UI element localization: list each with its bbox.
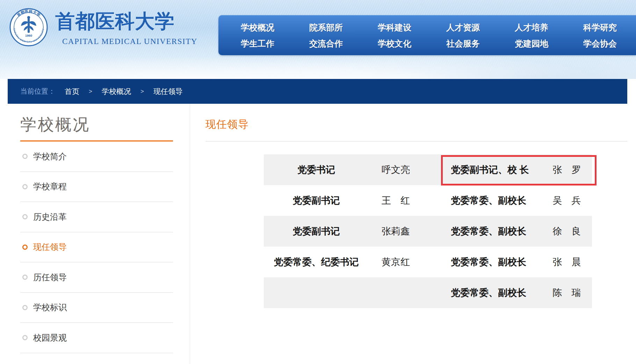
site-header: 首都医科大学 CAPITAL MEDICAL UNIVERSITY 1960 首…: [0, 0, 636, 79]
bullet-icon: [22, 214, 28, 219]
breadcrumb-separator: >: [140, 88, 144, 95]
left-title-cell: 党委副书记: [264, 185, 369, 216]
bullet-icon: [22, 184, 28, 189]
breadcrumb: 当前位置： 首页>学校概况>现任领导: [8, 79, 627, 104]
page-title: 现任领导: [205, 117, 249, 132]
university-name-cn: 首都医科大学: [55, 8, 175, 35]
right-title-cell: 党委常委、副校长: [451, 185, 538, 216]
sidebar-item-历任领导[interactable]: 历任领导: [20, 262, 173, 293]
left-title-cell: 党委常委、纪委书记: [264, 247, 369, 277]
left-name-cell: 呼文亮: [369, 154, 423, 185]
sidebar-item-label: 学校标识: [33, 302, 67, 313]
breadcrumb-link-首页[interactable]: 首页: [65, 87, 79, 96]
nav-item-人才培养[interactable]: 人才培养: [497, 20, 566, 35]
sidebar-content-divider: [190, 104, 190, 364]
sidebar-item-label: 学校简介: [33, 151, 67, 162]
breadcrumb-separator: >: [89, 88, 92, 95]
bullet-icon: [22, 335, 28, 340]
nav-item-人才资源[interactable]: 人才资源: [429, 20, 497, 35]
breadcrumb-link-现任领导: 现任领导: [153, 87, 183, 96]
left-name-cell: [369, 277, 423, 308]
nav-row-2: 学生工作交流合作学校文化社会服务党建园地学会协会: [223, 36, 636, 51]
svg-text:1960: 1960: [25, 34, 32, 37]
sidebar-item-label: 历史沿革: [33, 211, 67, 223]
sidebar-item-历史沿革[interactable]: 历史沿革: [20, 202, 173, 232]
nav-item-院系部所[interactable]: 院系部所: [292, 20, 360, 35]
sidebar-title: 学校概况: [20, 114, 90, 136]
right-name-cell: 吴 兵: [542, 185, 592, 216]
university-name-en: CAPITAL MEDICAL UNIVERSITY: [62, 37, 197, 46]
nav-item-科学研究[interactable]: 科学研究: [566, 20, 634, 35]
left-title-cell: [264, 277, 369, 308]
left-title-cell: 党委副书记: [264, 216, 369, 247]
nav-item-学科建设[interactable]: 学科建设: [360, 20, 429, 35]
bullet-icon: [22, 275, 28, 280]
sidebar-item-校园景观[interactable]: 校园景观: [20, 323, 173, 353]
table-row: 党委副书记 张莉鑫 党委常委、副校长 徐 良: [264, 216, 592, 247]
nav-item-党建园地[interactable]: 党建园地: [497, 36, 566, 51]
sidebar-item-label: 学校章程: [33, 181, 67, 192]
right-name-cell: 陈 瑞: [542, 277, 592, 308]
left-name-cell: 张莉鑫: [369, 216, 423, 247]
right-title-cell: 党委常委、副校长: [451, 247, 538, 277]
nav-item-学会协会[interactable]: 学会协会: [566, 36, 634, 51]
university-seal-icon: 首都医科大学 CAPITAL MEDICAL UNIVERSITY 1960: [9, 8, 48, 47]
highlight-box: [441, 155, 597, 185]
bullet-icon: [22, 305, 28, 310]
right-title-cell: 党委常委、副校长: [451, 277, 538, 308]
nav-item-交流合作[interactable]: 交流合作: [292, 36, 360, 51]
sidebar-item-label: 现任领导: [33, 241, 67, 253]
nav-item-学生工作[interactable]: 学生工作: [223, 36, 292, 51]
right-name-cell: 徐 良: [542, 216, 592, 247]
sidebar-item-学校标识[interactable]: 学校标识: [20, 293, 173, 323]
breadcrumb-link-学校概况[interactable]: 学校概况: [102, 87, 131, 96]
sidebar-item-label: 校园景观: [33, 332, 67, 343]
nav-item-社会服务[interactable]: 社会服务: [429, 36, 497, 51]
breadcrumb-items: 首页>学校概况>现任领导: [65, 87, 183, 96]
sidebar-item-学校章程[interactable]: 学校章程: [20, 172, 173, 202]
nav-row-1: 学校概况院系部所学科建设人才资源人才培养科学研究: [223, 20, 636, 35]
table-row: 党委副书记 王 红 党委常委、副校长 吴 兵: [264, 185, 592, 216]
bullet-icon: [22, 154, 28, 159]
table-row: 党委常委、副校长 陈 瑞: [264, 277, 592, 308]
sidebar-item-label: 历任领导: [33, 272, 67, 283]
main-nav: 学校概况院系部所学科建设人才资源人才培养科学研究 学生工作交流合作学校文化社会服…: [218, 15, 636, 55]
right-name-cell: 张 晨: [542, 247, 592, 277]
sidebar-item-现任领导[interactable]: 现任领导: [20, 232, 173, 263]
left-name-cell: 王 红: [369, 185, 423, 216]
right-title-cell: 党委常委、副校长: [451, 216, 538, 247]
nav-item-学校概况[interactable]: 学校概况: [223, 20, 292, 35]
content-divider: [205, 141, 627, 141]
breadcrumb-label: 当前位置：: [20, 87, 55, 96]
sidebar-item-学校简介[interactable]: 学校简介: [20, 141, 173, 172]
active-bullet-icon: [22, 245, 28, 250]
left-name-cell: 黄京红: [369, 247, 423, 277]
table-row: 党委常委、纪委书记 黄京红 党委常委、副校长 张 晨: [264, 247, 592, 277]
nav-item-学校文化[interactable]: 学校文化: [360, 36, 429, 51]
sidebar-menu: 学校简介 学校章程 历史沿革 现任领导 历任领导 学校标识 校园景观: [20, 141, 173, 353]
left-title-cell: 党委书记: [264, 154, 369, 185]
